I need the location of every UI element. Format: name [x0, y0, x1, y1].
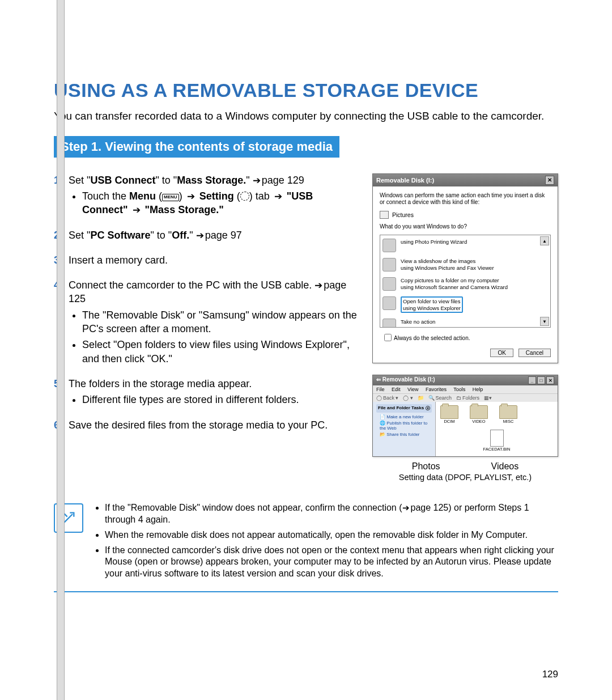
toolbar: ◯ Back ▾ ◯ ▾ 📁 🔍 Search 🗀 Folders ▦▾ [373, 393, 558, 402]
instruction-list: 1. Set "USB Connect" to "Mass Storage." … [54, 173, 360, 432]
search-button[interactable]: 🔍 Search [428, 395, 452, 401]
action-option[interactable]: Copy pictures to a folder on my computer… [382, 277, 548, 291]
dialog-message: Windows can perform the same action each… [380, 192, 551, 206]
note-item: If the connected camcorder's disk drive … [105, 545, 558, 580]
menu-edit[interactable]: Edit [392, 387, 401, 392]
arrow-icon [131, 204, 142, 215]
action-option[interactable]: using Photo Printing Wizard [382, 239, 548, 252]
task-item[interactable]: 📂 Share this folder [380, 432, 432, 437]
file-label: FACEDAT.BIN [483, 447, 511, 452]
menu-favorites[interactable]: Favorites [426, 387, 447, 392]
forward-button[interactable]: ◯ ▾ [403, 395, 413, 401]
note-item: When the removable disk does not appear … [105, 529, 558, 541]
sub-list: Touch the Menu (MENU) Setting () tab "US… [69, 189, 360, 217]
gear-icon [240, 192, 249, 201]
folder-video[interactable]: VIDEO [470, 405, 488, 424]
option-title: Take no action [401, 319, 435, 325]
noaction-icon [382, 319, 396, 328]
option-sub: using Microsoft Scanner and Camera Wizar… [401, 284, 508, 290]
close-icon[interactable]: ✕ [545, 176, 554, 185]
caption-block: Photos Videos Setting data (DPOF, PLAYLI… [372, 461, 558, 482]
action-option[interactable]: Take no action [382, 319, 548, 328]
task-item[interactable]: 📄 Make a new folder [380, 414, 432, 419]
minimize-icon[interactable]: _ [528, 376, 536, 384]
explorer-body: File and Folder Tasksⓧ 📄 Make a new fold… [373, 402, 558, 456]
scroll-down-icon[interactable]: ▼ [540, 317, 549, 326]
up-button[interactable]: 📁 [418, 395, 424, 401]
folder-row: DCIM VIDEO MISC [440, 405, 553, 424]
step-banner: Step 1. Viewing the contents of storage … [54, 136, 339, 158]
always-checkbox-row[interactable]: Always do the selected action. [382, 332, 551, 343]
content-columns: 1. Set "USB Connect" to "Mass Storage." … [54, 173, 558, 482]
scroll-up-icon[interactable]: ▲ [540, 236, 549, 245]
caption-setting: Setting data (DPOF, PLAYLIST, etc.) [372, 473, 558, 482]
step-4: 4. Connect the camcorder to the PC with … [54, 278, 360, 366]
page-ref-icon [402, 503, 411, 512]
folder-label: VIDEO [472, 419, 485, 424]
always-label: Always do the selected action. [394, 335, 470, 341]
cancel-button[interactable]: Cancel [518, 349, 551, 357]
menu-bar[interactable]: File Edit View Favorites Tools Help [373, 385, 558, 393]
screenshots-column: Removable Disk (I:) ✕ Windows can perfor… [372, 173, 558, 482]
text: Connect the camcorder to the PC with the… [69, 279, 314, 291]
folder-icon [499, 405, 517, 419]
slideshow-icon [382, 258, 396, 271]
text: Insert a memory card. [69, 254, 168, 266]
step-6: 6. Save the desired files from the stora… [54, 418, 360, 432]
text-bold: PC Software [90, 230, 150, 241]
text: " [246, 175, 252, 186]
file-facedat[interactable]: FACEDAT.BIN [440, 427, 553, 452]
caption-videos: Videos [491, 461, 519, 472]
option-title: Copy pictures to a folder on my computer [401, 277, 508, 283]
copy-icon [382, 277, 396, 291]
notes-block: If the "Removable Disk" window does not … [54, 502, 558, 592]
step-5: 5. The folders in the storage media appe… [54, 377, 360, 407]
folder-label: MISC [503, 419, 514, 424]
file-pane[interactable]: DCIM VIDEO MISC FACEDAT.BIN [436, 402, 558, 456]
caption-row: Photos Videos [372, 461, 558, 472]
autoplay-dialog: Removable Disk (I:) ✕ Windows can perfor… [372, 173, 558, 364]
text-bold: Menu [129, 190, 156, 202]
action-listbox[interactable]: ▲ using Photo Printing Wizard View a sli… [380, 235, 551, 328]
page-ref-icon [253, 175, 262, 186]
views-button[interactable]: ▦▾ [484, 395, 492, 401]
maximize-icon[interactable]: □ [537, 376, 545, 384]
page-title: USING AS A REMOVABLE STORAGE DEVICE [54, 79, 558, 101]
menu-file[interactable]: File [376, 387, 385, 392]
task-panel: File and Folder Tasksⓧ 📄 Make a new fold… [373, 402, 436, 456]
scrollbar[interactable] [57, 0, 65, 700]
note-list: If the "Removable Disk" window does not … [94, 502, 558, 583]
folder-label: DCIM [444, 419, 454, 424]
task-header[interactable]: File and Folder Tasksⓧ [376, 404, 432, 413]
document-page: USING AS A REMOVABLE STORAGE DEVICE You … [0, 0, 612, 700]
sub-list: The "Removable Disk" or "Samsung" window… [69, 308, 360, 366]
always-checkbox[interactable] [384, 334, 392, 341]
action-option-selected[interactable]: Open folder to view filesusing Windows E… [382, 296, 548, 313]
explorer-titlebar: ⇐ Removable Disk (I:) _ □ ✕ [373, 375, 558, 385]
ok-button[interactable]: OK [490, 349, 513, 357]
note-item: If the "Removable Disk" window does not … [105, 502, 558, 526]
close-icon[interactable]: ✕ [546, 376, 554, 384]
task-item[interactable]: 🌐 Publish this folder to the Web [380, 421, 432, 431]
folder-icon [470, 405, 488, 419]
text: The folders in the storage media appear. [69, 378, 252, 389]
text: Touch the [82, 190, 129, 202]
sub-item: The "Removable Disk" or "Samsung" window… [82, 308, 360, 336]
folder-misc[interactable]: MISC [499, 405, 517, 424]
text-bold: "Mass Storage." [145, 204, 224, 215]
back-button[interactable]: ◯ Back ▾ [376, 395, 398, 401]
action-option[interactable]: View a slideshow of the imagesusing Wind… [382, 258, 548, 271]
page-ref-icon [314, 279, 324, 291]
sub-item: Select "Open folders to view files using… [82, 338, 360, 366]
menu-help[interactable]: Help [473, 387, 483, 392]
text: Set " [69, 175, 90, 186]
file-icon [490, 430, 504, 447]
folders-button[interactable]: 🗀 Folders [456, 395, 479, 401]
folder-dcim[interactable]: DCIM [440, 405, 458, 424]
menu-tools[interactable]: Tools [453, 387, 465, 392]
explorer-window: ⇐ Removable Disk (I:) _ □ ✕ File Edit Vi… [372, 375, 558, 457]
arrow-icon [273, 190, 284, 202]
menu-view[interactable]: View [407, 387, 418, 392]
step-1: 1. Set "USB Connect" to "Mass Storage." … [54, 173, 360, 217]
dialog-body: Windows can perform the same action each… [373, 186, 558, 363]
